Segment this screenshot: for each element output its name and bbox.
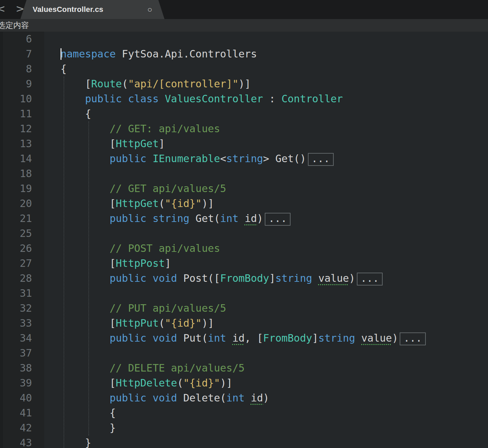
line-number: 11 [0,106,44,121]
code-editor[interactable]: 67namespace FytSoa.Api.Controllers8{9 [R… [0,32,488,448]
token-plain: Delete( [177,392,226,404]
line-number: 32 [0,301,44,316]
code-line: 28 public void Post([FromBody]string val… [0,271,488,286]
token-plain: ] [269,272,275,284]
line-content[interactable]: } [44,420,116,435]
token-plain: Put( [177,332,208,344]
token-parameter: value [361,332,392,344]
token-keyword: string [275,272,312,284]
folded-code-button[interactable]: ... [308,153,334,166]
selection-status-bar: 选定内容 [0,19,488,32]
line-number: 21 [0,211,44,226]
line-content[interactable]: { [44,106,91,121]
line-content[interactable]: [HttpGet("{id}")] [44,196,214,211]
folded-code-button[interactable]: ... [265,213,291,226]
line-content[interactable]: [HttpPut("{id}")] [44,316,214,331]
line-content[interactable]: public IEnumerable<string> Get()... [44,151,334,166]
indent-guide [88,121,89,435]
line-content[interactable] [44,32,60,47]
line-number: 18 [0,166,44,181]
token-plain: ) [392,332,398,344]
code-line: 20 [HttpGet("{id}")] [0,196,488,211]
token-type: FromBody [263,332,312,344]
line-number: 31 [0,286,44,301]
token-plain: Post([ [177,272,220,284]
token-type: HttpPost [116,257,165,269]
modified-indicator-icon[interactable]: ○ [147,5,153,14]
token-type: HttpDelete [116,377,177,389]
line-content[interactable]: // POST api/values [44,241,220,256]
token-plain [60,212,110,224]
token-type: IEnumerable [153,153,220,165]
token-plain: ( [122,78,128,90]
line-number: 13 [0,136,44,151]
line-content[interactable]: [HttpGet] [44,136,165,151]
token-plain: )] [220,377,232,389]
token-plain: ) [257,212,263,224]
line-content[interactable]: [Route("api/[controller]")] [44,76,251,91]
line-content[interactable]: public void Delete(int id) [44,391,269,406]
line-content[interactable]: namespace FytSoa.Api.Controllers [44,47,257,62]
line-content[interactable]: { [44,406,116,420]
folded-code-button[interactable]: ... [400,332,425,345]
line-number: 39 [0,376,44,391]
token-plain [312,272,318,284]
code-line: 25 [0,226,488,241]
line-content[interactable] [44,226,60,241]
code-line: 7namespace FytSoa.Api.Controllers [0,47,488,62]
code-line: 33 [HttpPut("{id}")] [0,316,488,331]
line-content[interactable]: // PUT api/values/5 [44,301,226,316]
line-number: 26 [0,241,44,256]
token-keyword: namespace [60,48,116,60]
line-number: 10 [0,91,44,106]
token-plain: ) [263,392,269,404]
nav-back-icon[interactable]: < [0,2,5,15]
line-content[interactable] [44,346,60,361]
code-line: 41 { [0,406,488,420]
token-plain [60,153,110,165]
token-parameter: id [245,212,257,224]
line-number: 19 [0,181,44,196]
code-line: 12 // GET: api/values [0,121,488,136]
token-type: HttpGet [116,138,159,150]
token-plain [60,332,110,344]
folded-code-button[interactable]: ... [357,273,383,286]
code-line: 19 // GET api/values/5 [0,181,488,196]
line-content[interactable]: public string Get(int id)... [44,211,291,226]
code-line: 9 [Route("api/[controller]")] [0,76,488,91]
token-keyword: public [85,93,122,105]
token-plain [60,272,110,284]
tab-valuescontroller[interactable]: ValuesController.cs ○ [20,0,164,19]
line-number: 9 [0,76,44,91]
token-plain: { [60,63,67,75]
line-content[interactable]: } [44,435,91,448]
line-content[interactable]: // DELETE api/values/5 [44,361,245,376]
token-plain: ( [159,317,165,329]
line-content[interactable]: // GET: api/values [44,121,220,136]
line-number: 25 [0,226,44,241]
token-plain: ) [349,272,355,284]
code-line: 31 [0,286,488,301]
token-keyword: public [110,332,146,344]
line-number: 43 [0,435,44,448]
line-content[interactable] [44,166,60,181]
line-content[interactable]: { [44,62,67,76]
line-content[interactable]: public void Put(int id, [FromBody]string… [44,331,426,346]
token-plain: { [60,108,91,120]
token-type: HttpPut [116,317,159,329]
token-plain [146,212,153,224]
line-content[interactable]: [HttpPost] [44,256,171,271]
line-content[interactable]: public void Post([FromBody]string value)… [44,271,383,286]
token-keyword: int [220,212,239,224]
token-plain [226,332,232,344]
line-content[interactable] [44,286,60,301]
line-content[interactable]: [HttpDelete("{id}")] [44,376,232,391]
line-content[interactable]: // GET api/values/5 [44,181,226,196]
token-parameter: id [251,392,263,404]
token-parameter: value [318,272,349,284]
token-comment: // POST api/values [60,242,220,254]
line-number: 33 [0,316,44,331]
token-plain: FytSoa.Api.Controllers [116,48,257,60]
code-line: 8{ [0,62,488,76]
line-content[interactable]: public class ValuesController : Controll… [44,91,343,106]
